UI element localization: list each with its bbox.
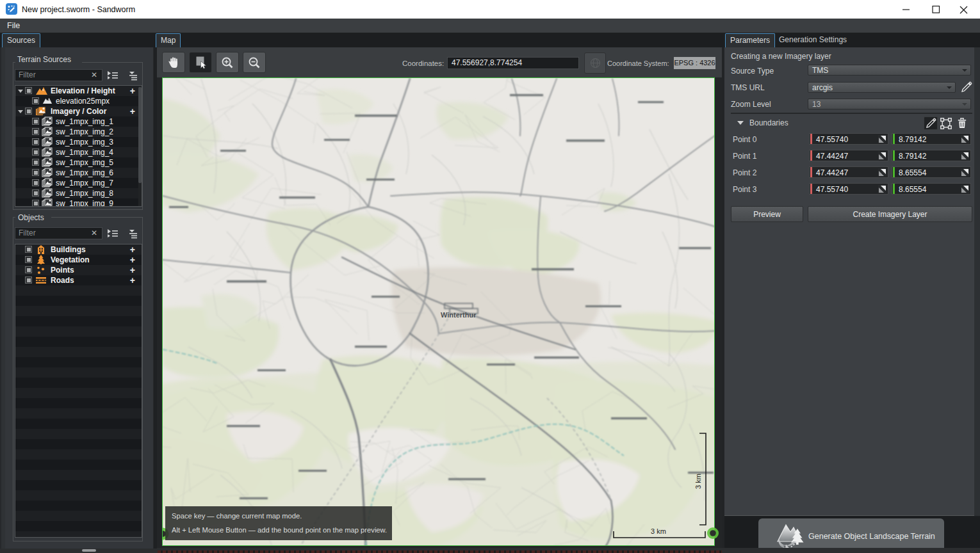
svg-text:3 km: 3 km bbox=[651, 527, 666, 535]
svg-text:3 km: 3 km bbox=[694, 474, 702, 489]
svg-text:Winterthur: Winterthur bbox=[441, 311, 477, 319]
